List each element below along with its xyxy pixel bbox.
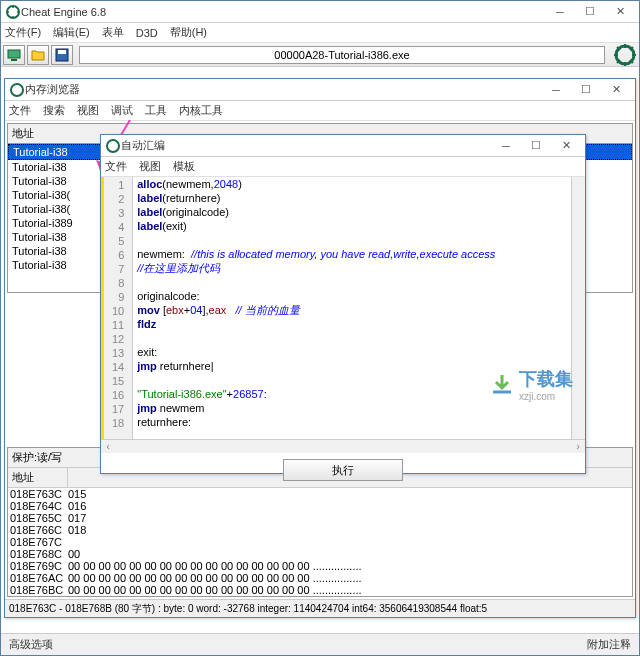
maximize-button[interactable]: ☐	[571, 80, 601, 100]
asm-title: 自动汇编	[121, 138, 491, 153]
maximize-button[interactable]: ☐	[521, 136, 551, 156]
hex-row[interactable]: 018E766C018	[8, 524, 632, 536]
minimize-button[interactable]: ─	[491, 136, 521, 156]
main-toolbar: 00000A28-Tutorial-i386.exe	[1, 43, 639, 67]
code-line[interactable]: label(originalcode)	[133, 205, 585, 219]
target-process-label: 00000A28-Tutorial-i386.exe	[79, 46, 605, 64]
ce-icon	[105, 138, 121, 154]
main-titlebar: Cheat Engine 6.8 ─ ☐ ✕	[1, 1, 639, 23]
close-button[interactable]: ✕	[551, 136, 581, 156]
code-line[interactable]	[133, 331, 585, 345]
code-line[interactable]: mov [ebx+04],eax // 当前的血量	[133, 303, 585, 317]
hex-row[interactable]: 018E769C00 00 00 00 00 00 00 00 00 00 00…	[8, 560, 632, 572]
menu-item[interactable]: 内核工具	[179, 103, 223, 118]
memview-status: 018E763C - 018E768B (80 字节) : byte: 0 wo…	[5, 599, 635, 617]
close-button[interactable]: ✕	[605, 2, 635, 22]
menu-item[interactable]: 文件(F)	[5, 25, 41, 40]
code-line[interactable]: originalcode:	[133, 289, 585, 303]
svg-rect-1	[8, 50, 20, 58]
code-line[interactable]: newmem: //this is allocated memory, you …	[133, 247, 585, 261]
main-footer: 高级选项 附加注释	[1, 633, 639, 655]
hex-body[interactable]: 018E763C015018E764C016018E765C017018E766…	[8, 488, 632, 596]
hex-row[interactable]: 018E765C017	[8, 512, 632, 524]
code-body[interactable]: alloc(newmem,2048)label(returnhere)label…	[133, 177, 585, 439]
ce-icon	[5, 4, 21, 20]
svg-point-6	[11, 84, 23, 96]
menu-item[interactable]: 模板	[173, 159, 195, 174]
add-comment-link[interactable]: 附加注释	[587, 637, 631, 652]
computer-icon	[7, 48, 21, 62]
menu-item[interactable]: 调试	[111, 103, 133, 118]
hex-row[interactable]: 018E767C	[8, 536, 632, 548]
scrollbar-vertical[interactable]	[571, 177, 585, 439]
open-file-button[interactable]	[27, 45, 49, 65]
menu-item[interactable]: 编辑(E)	[53, 25, 90, 40]
open-process-button[interactable]	[3, 45, 25, 65]
advanced-options-link[interactable]: 高级选项	[9, 637, 53, 652]
execute-button[interactable]: 执行	[283, 459, 403, 481]
close-button[interactable]: ✕	[601, 80, 631, 100]
code-line[interactable]: jmp returnhere|	[133, 359, 585, 373]
code-line[interactable]	[133, 275, 585, 289]
menu-item[interactable]: 工具	[145, 103, 167, 118]
minimize-button[interactable]: ─	[545, 2, 575, 22]
scrollbar-horizontal[interactable]: ‹›	[101, 439, 585, 453]
hex-addr-header: 地址	[8, 468, 68, 487]
ce-icon	[9, 82, 25, 98]
hex-row[interactable]: 018E764C016	[8, 500, 632, 512]
svg-point-9	[107, 140, 119, 152]
code-gutter: 123456789101112131415161718	[101, 177, 133, 439]
code-line[interactable]: //在这里添加代码	[133, 261, 585, 275]
code-line[interactable]: label(returnhere)	[133, 191, 585, 205]
code-line[interactable]: exit:	[133, 345, 585, 359]
memview-title: 内存浏览器	[25, 82, 541, 97]
svg-rect-2	[11, 59, 17, 61]
code-line[interactable]: alloc(newmem,2048)	[133, 177, 585, 191]
hex-protection-header: 保护:读/写	[8, 448, 66, 467]
menu-item[interactable]: D3D	[136, 27, 158, 39]
menu-item[interactable]: 视图	[77, 103, 99, 118]
save-button[interactable]	[51, 45, 73, 65]
folder-open-icon	[31, 48, 45, 62]
code-line[interactable]: "Tutorial-i386.exe"+26857:	[133, 387, 585, 401]
memview-menubar: 文件搜索视图调试工具内核工具	[5, 101, 635, 121]
hex-row[interactable]: 018E76AC00 00 00 00 00 00 00 00 00 00 00…	[8, 572, 632, 584]
maximize-button[interactable]: ☐	[575, 2, 605, 22]
menu-item[interactable]: 视图	[139, 159, 161, 174]
floppy-icon	[55, 48, 69, 62]
asm-menubar: 文件视图模板	[101, 157, 585, 177]
minimize-button[interactable]: ─	[541, 80, 571, 100]
code-line[interactable]: jmp newmem	[133, 401, 585, 415]
code-line[interactable]: label(exit)	[133, 219, 585, 233]
menu-item[interactable]: 表单	[102, 25, 124, 40]
asm-titlebar: 自动汇编 ─ ☐ ✕	[101, 135, 585, 157]
hex-row[interactable]: 018E768C00	[8, 548, 632, 560]
main-title: Cheat Engine 6.8	[21, 6, 545, 18]
menu-item[interactable]: 文件	[105, 159, 127, 174]
svg-rect-4	[58, 50, 66, 54]
menu-item[interactable]: 文件	[9, 103, 31, 118]
main-menubar: 文件(F)编辑(E)表单D3D帮助(H)	[1, 23, 639, 43]
code-editor[interactable]: 123456789101112131415161718 alloc(newmem…	[101, 177, 585, 439]
code-line[interactable]	[133, 233, 585, 247]
menu-item[interactable]: 搜索	[43, 103, 65, 118]
hex-row[interactable]: 018E76BC00 00 00 00 00 00 00 00 00 00 00…	[8, 584, 632, 596]
code-line[interactable]	[133, 373, 585, 387]
ce-logo-icon[interactable]	[613, 43, 637, 67]
memview-titlebar: 内存浏览器 ─ ☐ ✕	[5, 79, 635, 101]
code-line[interactable]: returnhere:	[133, 415, 585, 429]
auto-assembler-window: 自动汇编 ─ ☐ ✕ 文件视图模板 1234567891011121314151…	[100, 134, 586, 474]
menu-item[interactable]: 帮助(H)	[170, 25, 207, 40]
code-line[interactable]: fldz	[133, 317, 585, 331]
hex-row[interactable]: 018E763C015	[8, 488, 632, 500]
